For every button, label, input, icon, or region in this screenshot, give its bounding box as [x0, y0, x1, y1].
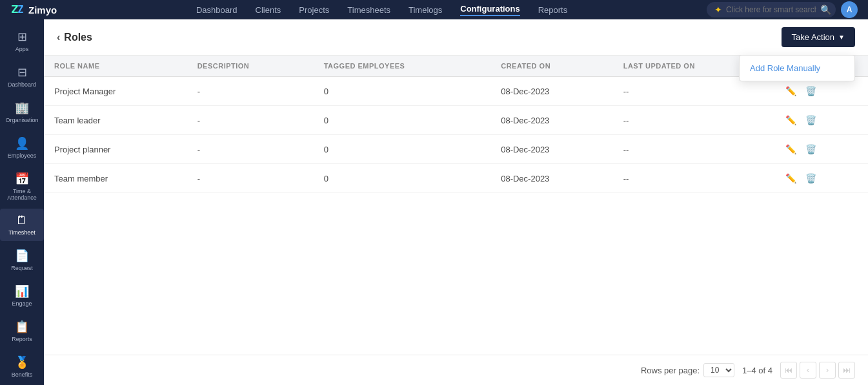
edit-button[interactable]: ✏️	[784, 143, 798, 156]
brand-name: Zimyo	[28, 5, 57, 16]
table-row: Team member-008-Dec-2023-- ✏️ 🗑️	[44, 164, 868, 193]
sidebar-item-time-attendance[interactable]: 📅 Time & Attendance	[0, 167, 44, 206]
main-layout: ⊞ Apps ⊟ Dashboard 🏢 Organisation 👤 Empl…	[0, 19, 868, 385]
engage-icon: 📊	[15, 284, 29, 298]
table-row: Project planner-008-Dec-2023-- ✏️ 🗑️	[44, 135, 868, 164]
take-action-dropdown: Add Role Manually	[739, 55, 855, 81]
cell-description: -	[187, 164, 314, 193]
cell-tagged_employees: 0	[314, 164, 490, 193]
avatar[interactable]: A	[841, 1, 858, 18]
add-role-manually-item[interactable]: Add Role Manually	[740, 56, 854, 81]
col-header-role_name: ROLE NAME	[44, 56, 187, 77]
delete-button[interactable]: 🗑️	[804, 143, 818, 156]
sidebar-item-label: Reports	[12, 336, 32, 342]
page-title: Roles	[64, 32, 92, 43]
page-navigation: ⏮ ‹ › ⏭	[780, 362, 855, 379]
timesheet-icon: 🗒	[16, 214, 28, 227]
benefits-icon: 🏅	[15, 355, 29, 369]
employees-icon: 👤	[15, 136, 29, 151]
cell-tagged_employees: 0	[314, 77, 490, 106]
sidebar-item-benefits[interactable]: 🏅 Benefits	[0, 350, 44, 383]
sidebar-item-timesheet[interactable]: 🗒 Timesheet	[0, 209, 44, 241]
action-icons: ✏️ 🗑️	[784, 172, 858, 185]
logo-area: Zimyo	[10, 3, 57, 17]
action-icons: ✏️ 🗑️	[784, 85, 858, 98]
col-header-created_on: CREATED ON	[490, 56, 613, 77]
cell-last_updated_on: --	[613, 135, 774, 164]
table-row: Team leader-008-Dec-2023-- ✏️ 🗑️	[44, 106, 868, 135]
sidebar-item-label: Employees	[8, 152, 37, 159]
edit-button[interactable]: ✏️	[784, 114, 798, 127]
cell-role_name: Project planner	[44, 135, 187, 164]
delete-button[interactable]: 🗑️	[804, 172, 818, 185]
chevron-down-icon: ▼	[838, 34, 845, 41]
take-action-label: Take Action	[792, 32, 835, 42]
sidebar-item-label: Apps	[15, 46, 29, 52]
edit-button[interactable]: ✏️	[784, 172, 798, 185]
sidebar-item-request[interactable]: 📄 Request	[0, 244, 44, 276]
cell-tagged_employees: 0	[314, 106, 490, 135]
sidebar-item-apps[interactable]: ⊞ Apps	[0, 25, 44, 57]
sidebar-item-label: Dashboard	[8, 81, 36, 88]
time-&-attendance-icon: 📅	[15, 172, 29, 186]
first-page-button[interactable]: ⏮	[780, 362, 797, 379]
action-icons: ✏️ 🗑️	[784, 114, 858, 127]
cell-role_name: Team member	[44, 164, 187, 193]
sidebar-item-dashboard[interactable]: ⊟ Dashboard	[0, 60, 44, 93]
request-icon: 📄	[15, 249, 29, 263]
content-area: ‹ Roles Take Action ▼ Add Role Manually …	[44, 19, 868, 385]
col-header-description: DESCRIPTION	[187, 56, 314, 77]
sidebar-item-engage[interactable]: 📊 Engage	[0, 279, 44, 312]
nav-item-dashboard[interactable]: Dashboard	[196, 5, 237, 15]
last-page-button[interactable]: ⏭	[838, 362, 855, 379]
cell-created_on: 08-Dec-2023	[490, 77, 613, 106]
sidebar-item-label: Organisation	[5, 117, 38, 123]
next-page-button[interactable]: ›	[819, 362, 836, 379]
prev-page-button[interactable]: ‹	[800, 362, 816, 379]
organisation-icon: 🏢	[15, 101, 29, 115]
sidebar-item-label: Benefits	[12, 371, 33, 378]
cell-actions: ✏️ 🗑️	[774, 135, 868, 164]
col-header-tagged_employees: TAGGED EMPLOYEES	[314, 56, 490, 77]
rows-per-page: Rows per page: 10 25 50	[641, 363, 734, 377]
cell-last_updated_on: --	[613, 106, 774, 135]
take-action-button[interactable]: Take Action ▼	[782, 27, 855, 47]
page-info: 1–4 of 4	[742, 366, 772, 375]
rows-per-page-select[interactable]: 10 25 50	[703, 363, 734, 377]
search-input[interactable]	[726, 5, 816, 14]
table-body: Project Manager-008-Dec-2023-- ✏️ 🗑️ Tea…	[44, 77, 868, 193]
delete-button[interactable]: 🗑️	[804, 85, 818, 98]
pagination-bar: Rows per page: 10 25 50 1–4 of 4 ⏮ ‹ › ⏭	[44, 355, 868, 385]
cell-created_on: 08-Dec-2023	[490, 164, 613, 193]
rows-per-page-label: Rows per page:	[641, 366, 700, 375]
sidebar-item-label: Request	[11, 265, 33, 271]
nav-item-clients[interactable]: Clients	[256, 5, 281, 15]
back-link[interactable]: ‹ Roles	[57, 32, 92, 43]
cell-actions: ✏️ 🗑️	[774, 164, 868, 193]
sidebar-item-organisation[interactable]: 🏢 Organisation	[0, 96, 44, 129]
page-header: ‹ Roles Take Action ▼	[44, 19, 868, 56]
cell-created_on: 08-Dec-2023	[490, 135, 613, 164]
zimyo-logo-icon	[10, 3, 25, 17]
take-action-container: Take Action ▼	[782, 27, 855, 47]
top-navigation: DashboardClientsProjectsTimesheetsTimelo…	[196, 4, 567, 16]
nav-item-timesheets[interactable]: Timesheets	[347, 5, 390, 15]
search-area: ✦ 🔍 A	[707, 1, 858, 18]
search-box[interactable]: ✦ 🔍	[707, 2, 836, 17]
delete-button[interactable]: 🗑️	[804, 114, 818, 127]
nav-item-reports[interactable]: Reports	[538, 5, 568, 15]
cell-last_updated_on: --	[613, 164, 774, 193]
nav-item-projects[interactable]: Projects	[299, 5, 329, 15]
nav-item-timelogs[interactable]: Timelogs	[409, 5, 442, 15]
sidebar-item-employees[interactable]: 👤 Employees	[0, 131, 44, 164]
apps-icon: ⊞	[17, 30, 27, 44]
sidebar-item-reports[interactable]: 📋 Reports	[0, 315, 44, 348]
dashboard-icon: ⊟	[17, 65, 27, 79]
sidebar-item-label: Engage	[12, 300, 32, 307]
star-icon: ✦	[714, 5, 722, 15]
edit-button[interactable]: ✏️	[784, 85, 798, 98]
roles-table-container: ROLE NAMEDESCRIPTIONTAGGED EMPLOYEESCREA…	[44, 56, 868, 355]
search-icon: 🔍	[820, 5, 831, 15]
cell-description: -	[187, 77, 314, 106]
nav-item-configurations[interactable]: Configurations	[460, 4, 520, 16]
